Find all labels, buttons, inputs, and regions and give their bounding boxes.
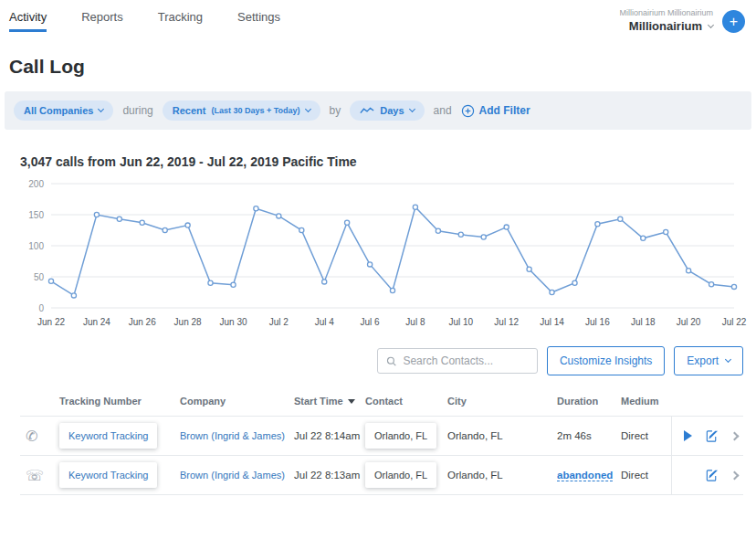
add-filter-button[interactable]: Add Filter	[461, 104, 530, 118]
phone-answered-icon: ✆	[20, 428, 59, 445]
svg-text:150: 150	[28, 210, 44, 220]
by-label: by	[330, 104, 341, 117]
svg-text:Jul 16: Jul 16	[585, 317, 610, 327]
chevron-down-icon	[305, 106, 311, 112]
svg-text:Jul 12: Jul 12	[494, 317, 519, 327]
note-icon	[705, 429, 719, 443]
nav-tab-settings[interactable]: Settings	[237, 10, 280, 32]
date-range-detail: (Last 30 Days + Today)	[211, 106, 299, 115]
date-range-dropdown[interactable]: Recent (Last 30 Days + Today)	[163, 100, 320, 121]
svg-text:Jun 30: Jun 30	[219, 317, 247, 327]
granularity-label: Days	[380, 105, 404, 116]
chevron-down-icon	[708, 22, 714, 28]
table-toolbar: Customize Insights Export	[0, 346, 743, 375]
chevron-right-icon[interactable]	[730, 470, 740, 480]
call-type-column-header	[20, 396, 59, 410]
svg-text:Jul 10: Jul 10	[448, 317, 473, 327]
account-name-label: Millionairium	[629, 19, 702, 34]
sort-desc-icon	[348, 399, 355, 404]
svg-text:Jul 20: Jul 20	[677, 317, 701, 327]
during-label: during	[122, 104, 152, 117]
phone-abandoned-icon: ☏	[20, 467, 59, 484]
nav-tab-activity[interactable]: Activity	[9, 10, 47, 32]
city-cell: Orlando, FL	[447, 470, 557, 481]
date-range-label: Recent	[173, 105, 206, 116]
svg-text:Jul 8: Jul 8	[405, 317, 425, 327]
call-log-table: Tracking Number Company Start Time Conta…	[20, 390, 743, 495]
tracking-number-column-header[interactable]: Tracking Number	[59, 390, 180, 416]
svg-text:Jul 18: Jul 18	[631, 317, 656, 327]
start-time-column-header[interactable]: Start Time	[294, 390, 365, 416]
table-row[interactable]: ✆ Keyword Tracking Brown (Ingrid & James…	[20, 417, 743, 456]
medium-cell: Direct	[621, 470, 671, 481]
add-note-button[interactable]	[705, 469, 719, 482]
filter-bar: All Companies during Recent (Last 30 Day…	[5, 91, 751, 130]
svg-text:Jun 22: Jun 22	[37, 317, 65, 327]
svg-text:Jul 4: Jul 4	[315, 317, 335, 327]
svg-text:Jun 26: Jun 26	[129, 317, 156, 327]
chevron-down-icon	[725, 356, 731, 363]
svg-text:Jun 28: Jun 28	[174, 317, 202, 327]
abandoned-duration-link[interactable]: abandoned	[557, 470, 613, 481]
city-column-header[interactable]: City	[447, 390, 557, 416]
svg-text:Jul 22: Jul 22	[722, 317, 747, 327]
company-link[interactable]: Brown (Ingrid & James)	[180, 470, 285, 481]
play-recording-icon[interactable]	[684, 430, 692, 441]
svg-text:50: 50	[34, 272, 45, 282]
account-parent-label: Millionairium Millionairium	[619, 8, 713, 18]
table-row[interactable]: ☏ Keyword Tracking Brown (Ingrid & James…	[20, 456, 743, 495]
account-area: Millionairium Millionairium Millionairiu…	[619, 8, 745, 34]
plus-circle-icon	[461, 104, 475, 118]
svg-text:Jul 2: Jul 2	[269, 317, 289, 327]
add-account-button[interactable]: +	[722, 10, 745, 33]
account-switcher[interactable]: Millionairium Millionairium Millionairiu…	[619, 8, 713, 34]
svg-text:0: 0	[38, 303, 44, 313]
granularity-dropdown[interactable]: Days	[350, 100, 424, 121]
start-time-header-label: Start Time	[294, 396, 343, 407]
nav-tab-reports[interactable]: Reports	[81, 10, 123, 32]
line-chart-icon	[360, 106, 374, 115]
add-filter-label: Add Filter	[479, 104, 530, 117]
calls-line-chart: 050100150200Jun 22Jun 24Jun 26Jun 28Jun …	[9, 174, 756, 333]
medium-cell: Direct	[621, 430, 671, 441]
contact-card[interactable]: Orlando, FL	[365, 462, 436, 488]
svg-text:200: 200	[28, 179, 44, 189]
contact-column-header[interactable]: Contact	[365, 390, 447, 416]
svg-text:Jun 24: Jun 24	[83, 317, 110, 327]
svg-text:100: 100	[28, 241, 44, 251]
and-label: and	[434, 104, 452, 117]
row-actions	[671, 417, 743, 455]
export-label: Export	[687, 354, 719, 367]
row-actions	[671, 456, 743, 494]
tracking-number-link[interactable]: Keyword Tracking	[59, 423, 157, 449]
duration-column-header[interactable]: Duration	[557, 390, 621, 416]
contact-card[interactable]: Orlando, FL	[365, 423, 436, 449]
city-cell: Orlando, FL	[447, 430, 557, 441]
add-note-button[interactable]	[705, 429, 719, 443]
top-nav: Activity Reports Tracking Settings Milli…	[0, 0, 756, 42]
search-box	[377, 348, 538, 374]
duration-cell: 2m 46s	[557, 430, 621, 441]
start-time-cell: Jul 22 8:13am	[294, 470, 365, 481]
company-filter-dropdown[interactable]: All Companies	[14, 100, 113, 121]
note-icon	[705, 469, 719, 482]
chevron-down-icon	[409, 106, 415, 112]
medium-column-header[interactable]: Medium	[621, 390, 671, 416]
start-time-cell: Jul 22 8:14am	[294, 430, 365, 441]
company-filter-label: All Companies	[24, 105, 93, 116]
chevron-down-icon	[98, 106, 104, 112]
svg-text:Jul 14: Jul 14	[540, 317, 564, 327]
primary-nav: Activity Reports Tracking Settings	[9, 10, 280, 32]
svg-text:Jul 6: Jul 6	[361, 317, 381, 327]
customize-insights-button[interactable]: Customize Insights	[547, 346, 665, 375]
chart-title: 3,047 calls from Jun 22, 2019 - Jul 22, …	[20, 154, 756, 169]
export-button[interactable]: Export	[674, 346, 743, 375]
search-icon	[386, 355, 396, 367]
company-link[interactable]: Brown (Ingrid & James)	[180, 430, 285, 441]
nav-tab-tracking[interactable]: Tracking	[158, 10, 203, 32]
chevron-right-icon[interactable]	[730, 431, 740, 440]
tracking-number-link[interactable]: Keyword Tracking	[59, 462, 157, 488]
search-input[interactable]	[403, 354, 529, 367]
page-title: Call Log	[9, 56, 756, 78]
company-column-header[interactable]: Company	[180, 390, 294, 416]
